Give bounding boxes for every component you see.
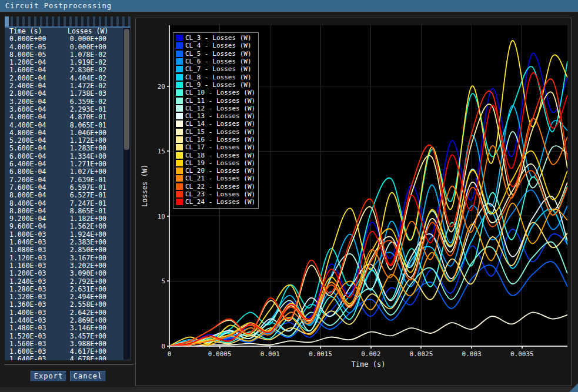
data-listbox[interactable]: Time (s)Losses (W) 0.000E+000.000E+004.0… xyxy=(5,28,131,360)
x-axis-label: Time (s) xyxy=(169,360,567,368)
legend-swatch xyxy=(176,113,183,119)
resize-grip-icon[interactable] xyxy=(569,383,578,392)
x-tick-label: 0.0015 xyxy=(309,350,332,358)
table-row[interactable]: 1.480E-033.146E+00 xyxy=(5,324,131,332)
legend-label: CL_8 - Losses (W) xyxy=(185,73,252,81)
legend-swatch xyxy=(176,66,183,72)
legend-swatch xyxy=(176,105,183,112)
table-row[interactable]: 2.400E-041.472E-02 xyxy=(5,82,131,90)
table-row[interactable]: 1.600E-034.617E+00 xyxy=(5,348,131,356)
legend-label: CL_4 - Losses (W) xyxy=(185,42,252,49)
table-row[interactable]: 1.560E-033.988E+00 xyxy=(5,340,131,348)
legend-entry: CL_12 - Losses (W) xyxy=(176,105,255,112)
table-row[interactable]: 1.600E-042.830E-02 xyxy=(5,66,131,74)
title-bar: Circuit Postprocessing xyxy=(0,0,578,12)
table-row[interactable]: 1.360E-032.558E+00 xyxy=(5,301,131,309)
table-row[interactable]: 1.200E-033.090E+00 xyxy=(5,270,131,277)
legend-swatch xyxy=(176,152,183,159)
legend-swatch xyxy=(176,82,183,88)
legend-swatch xyxy=(176,175,183,182)
vertical-scrollbar-thumb[interactable] xyxy=(124,29,129,150)
table-row[interactable]: 1.440E-032.869E+00 xyxy=(5,317,131,324)
table-row[interactable]: 1.240E-032.792E+00 xyxy=(5,278,131,286)
table-row[interactable]: 6.800E-041.027E+00 xyxy=(5,168,131,176)
legend-entry: CL_5 - Losses (W) xyxy=(176,50,255,58)
table-row[interactable]: 6.000E-041.334E+00 xyxy=(5,153,131,160)
table-row[interactable]: 4.400E-048.065E-01 xyxy=(5,122,131,129)
table-row[interactable]: 1.160E-033.202E+00 xyxy=(5,262,131,270)
table-row[interactable]: 9.600E-041.562E+00 xyxy=(5,223,131,230)
table-row[interactable]: 2.000E-044.404E-02 xyxy=(5,75,131,82)
legend-label: CL_6 - Losses (W) xyxy=(185,58,252,65)
legend-label: CL_16 - Losses (W) xyxy=(185,136,255,143)
table-row[interactable]: 8.000E-046.527E-01 xyxy=(5,192,131,199)
y-tick-label: 20 xyxy=(158,83,165,91)
vertical-scrollbar[interactable] xyxy=(123,28,130,360)
table-row[interactable]: 9.200E-041.182E+00 xyxy=(5,215,131,223)
x-tick-label: 0.001 xyxy=(260,350,280,358)
legend-label: CL_12 - Losses (W) xyxy=(185,105,255,112)
window-title: Circuit Postprocessing xyxy=(5,2,112,10)
legend-swatch xyxy=(176,51,183,57)
legend-entry: CL_10 - Losses (W) xyxy=(176,89,255,96)
legend-label: CL_15 - Losses (W) xyxy=(185,128,255,136)
legend-entry: CL_15 - Losses (W) xyxy=(176,128,255,136)
table-row[interactable]: 1.040E-032.383E+00 xyxy=(5,239,131,246)
horizontal-scrollbar[interactable] xyxy=(5,16,131,26)
table-row[interactable]: 1.640E-034.678E+00 xyxy=(5,356,131,360)
table-rows: 0.000E+000.000E+004.000E-050.000E+008.00… xyxy=(5,35,131,360)
table-row[interactable]: 1.080E-032.850E+00 xyxy=(5,246,131,254)
table-row[interactable]: 8.000E-051.078E-02 xyxy=(5,51,131,59)
legend-entry: CL_14 - Losses (W) xyxy=(176,120,255,128)
legend-entry: CL_9 - Losses (W) xyxy=(176,81,255,89)
legend-label: CL_10 - Losses (W) xyxy=(185,89,255,96)
window-bottom-edge xyxy=(0,387,578,392)
y-axis-label: Losses (W) xyxy=(141,109,150,262)
table-row[interactable]: 6.400E-041.271E+00 xyxy=(5,160,131,168)
table-row[interactable]: 3.200E-046.359E-02 xyxy=(5,98,131,106)
legend-swatch xyxy=(176,129,183,135)
legend-label: CL_19 - Losses (W) xyxy=(185,159,255,167)
legend-entry: CL_6 - Losses (W) xyxy=(176,58,255,65)
table-row[interactable]: 4.800E-041.046E+00 xyxy=(5,129,131,137)
horizontal-scrollbar-thumb[interactable] xyxy=(5,16,9,26)
y-tick-label: 0 xyxy=(161,343,165,350)
table-row[interactable]: 1.200E-041.919E-02 xyxy=(5,59,131,66)
table-row[interactable]: 5.200E-041.172E+00 xyxy=(5,137,131,145)
y-tick-label: 15 xyxy=(158,148,165,155)
table-row[interactable]: 2.800E-041.738E-03 xyxy=(5,90,131,98)
x-tick-label: 0.003 xyxy=(462,350,482,358)
table-row[interactable]: 8.800E-048.865E-01 xyxy=(5,207,131,215)
table-row[interactable]: 7.200E-047.639E-01 xyxy=(5,176,131,184)
legend-entry: CL_7 - Losses (W) xyxy=(176,65,255,73)
table-row[interactable]: 4.000E-050.000E+00 xyxy=(5,43,131,51)
table-row[interactable]: 1.120E-033.167E+00 xyxy=(5,254,131,262)
table-row[interactable]: 4.000E-044.870E-01 xyxy=(5,113,131,121)
legend-entry: CL_16 - Losses (W) xyxy=(176,136,255,143)
legend-entry: CL_4 - Losses (W) xyxy=(176,42,255,49)
export-button[interactable]: Export xyxy=(31,371,66,381)
table-row[interactable]: 5.600E-041.283E+00 xyxy=(5,145,131,152)
legend-swatch xyxy=(176,136,183,143)
legend-label: CL_17 - Losses (W) xyxy=(185,143,255,151)
legend-swatch xyxy=(176,144,183,150)
cancel-button[interactable]: Cancel xyxy=(70,371,106,381)
legend-swatch xyxy=(176,183,183,190)
legend-swatch xyxy=(176,167,183,174)
legend-entry: CL_17 - Losses (W) xyxy=(176,143,255,151)
table-row[interactable]: 8.400E-047.247E-01 xyxy=(5,200,131,207)
legend-entry: CL_20 - Losses (W) xyxy=(176,167,255,175)
table-row[interactable]: 0.000E+000.000E+00 xyxy=(5,35,131,43)
table-row[interactable]: 1.320E-032.494E+00 xyxy=(5,293,131,301)
legend-label: CL_14 - Losses (W) xyxy=(185,120,255,128)
legend-label: CL_11 - Losses (W) xyxy=(185,97,255,105)
table-row[interactable]: 3.600E-042.293E-01 xyxy=(5,106,131,113)
table-row[interactable]: 1.280E-032.631E+00 xyxy=(5,286,131,293)
legend-label: CL_20 - Losses (W) xyxy=(185,167,255,175)
table-row[interactable]: 1.000E-031.924E+00 xyxy=(5,231,131,239)
table-row[interactable]: 1.520E-033.457E+00 xyxy=(5,333,131,340)
table-row[interactable]: 1.400E-032.642E+00 xyxy=(5,309,131,317)
x-tick-label: 0.0035 xyxy=(510,350,534,358)
legend-label: CL_22 - Losses (W) xyxy=(185,183,255,190)
table-row[interactable]: 7.600E-046.597E-01 xyxy=(5,184,131,192)
